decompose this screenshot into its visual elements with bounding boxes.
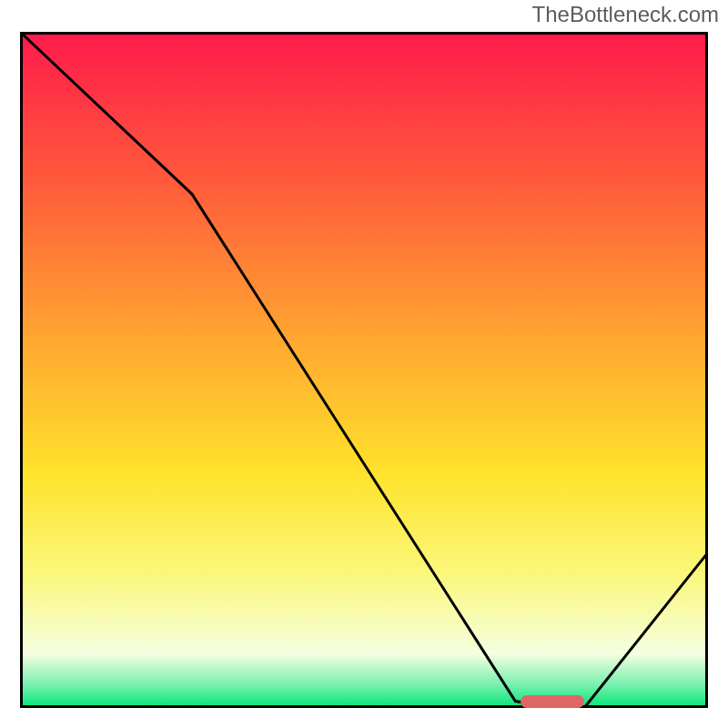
gradient-background [20,32,708,708]
watermark-text: TheBottleneck.com [532,2,719,27]
chart-svg [20,32,708,708]
chart-plot-area [20,32,708,708]
flat-segment-marker [521,695,584,708]
